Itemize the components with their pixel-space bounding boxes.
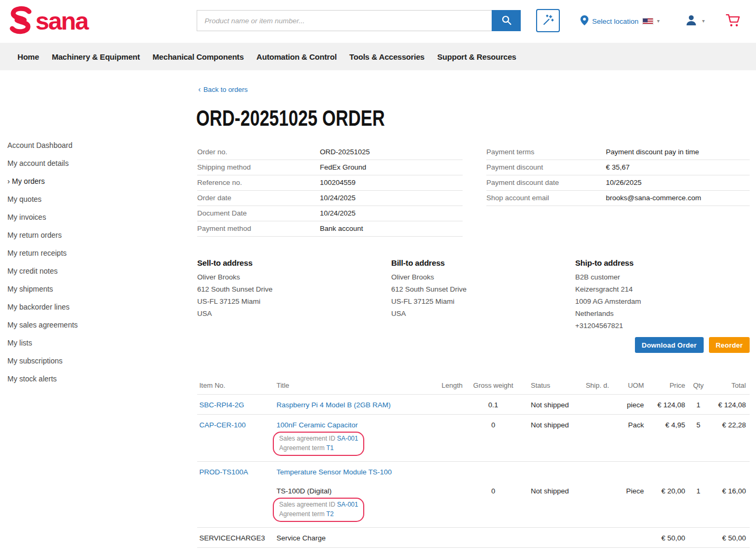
agreement-term-label: Agreement term bbox=[279, 510, 326, 518]
sales-agreement-id-link[interactable]: SA-001 bbox=[337, 501, 358, 508]
cell-status: Not shipped bbox=[524, 487, 585, 495]
cell-gross-weight: 0.1 bbox=[463, 401, 524, 409]
column-header: Status bbox=[524, 381, 585, 389]
back-to-orders-link[interactable]: ‹Back to orders bbox=[198, 85, 248, 94]
agreement-term-label: Agreement term bbox=[279, 444, 326, 452]
nav-item-automation-control[interactable]: Automation & Control bbox=[254, 52, 339, 61]
account-menu[interactable]: ▾ bbox=[685, 14, 705, 28]
sales-agreement-id-link[interactable]: SA-001 bbox=[337, 435, 358, 442]
column-header: Total bbox=[712, 381, 750, 389]
address-ship-to-address: Ship-to addressB2B customerKeizersgracht… bbox=[575, 258, 750, 332]
cell-total: € 22,28 bbox=[712, 421, 750, 429]
order-info-row: Payment methodBank account bbox=[197, 221, 463, 237]
address-line: Oliver Brooks bbox=[197, 271, 391, 283]
nav-item-home[interactable]: Home bbox=[15, 52, 42, 61]
cell-qty: 1 bbox=[685, 487, 712, 495]
cell-qty: 1 bbox=[685, 401, 712, 409]
sidebar-item-my-invoices[interactable]: My invoices bbox=[7, 208, 182, 226]
order-info-row: Order no.ORD-20251025 bbox=[197, 145, 463, 160]
cell-uom: Pack bbox=[609, 421, 644, 429]
cell-title-link[interactable]: 100nF Ceramic Capacitor bbox=[276, 421, 358, 429]
cell-gross-weight: 0 bbox=[463, 487, 524, 495]
column-header: Length bbox=[435, 381, 463, 389]
sana-logo[interactable]: sana bbox=[7, 6, 88, 36]
nav-item-machinery-equipment[interactable]: Machinery & Equipment bbox=[49, 52, 143, 61]
sidebar-item-my-stock-alerts[interactable]: My stock alerts bbox=[7, 370, 182, 388]
sidebar-item-my-lists[interactable]: My lists bbox=[7, 334, 182, 352]
info-label: Payment terms bbox=[486, 148, 606, 156]
info-value: 100204559 bbox=[320, 179, 356, 186]
agreement-term-link[interactable]: T2 bbox=[326, 510, 334, 518]
sidebar-item-my-credit-notes[interactable]: My credit notes bbox=[7, 262, 182, 280]
sales-agreement-id-label: Sales agreement ID bbox=[279, 435, 337, 442]
location-pin-icon bbox=[580, 15, 588, 27]
product-search bbox=[197, 10, 521, 31]
order-info-row: Payment discount€ 35,67 bbox=[486, 160, 750, 175]
info-value: € 35,67 bbox=[606, 163, 630, 171]
order-info-row: Order date10/24/2025 bbox=[197, 191, 463, 206]
us-flag-icon bbox=[642, 18, 653, 25]
sidebar-item-my-backorder-lines[interactable]: My backorder lines bbox=[7, 298, 182, 316]
cell-title-link[interactable]: Temperature Sensor Module TS-100 bbox=[276, 468, 392, 476]
nav-item-tools-accessories[interactable]: Tools & Accessories bbox=[347, 52, 427, 61]
order-info-left: Order no.ORD-20251025Shipping methodFedE… bbox=[197, 145, 463, 237]
info-value: 10/24/2025 bbox=[320, 194, 356, 202]
sidebar-item-my-orders[interactable]: › My orders bbox=[7, 172, 182, 190]
order-info-row: Document Date10/24/2025 bbox=[197, 206, 463, 221]
sales-agreement-id-label: Sales agreement ID bbox=[279, 501, 337, 508]
cell-title-wrap: Temperature Sensor Module TS-100 bbox=[276, 468, 435, 476]
shopping-cart-icon bbox=[725, 20, 741, 29]
nav-item-support-resources[interactable]: Support & Resources bbox=[435, 52, 519, 61]
sidebar-item-my-return-orders[interactable]: My return orders bbox=[7, 226, 182, 244]
reorder-button[interactable]: Reorder bbox=[709, 337, 750, 353]
address-line: Oliver Brooks bbox=[391, 271, 575, 283]
shopping-cart-button[interactable] bbox=[725, 13, 741, 30]
select-location[interactable]: Select location ▾ bbox=[580, 15, 660, 27]
info-value: 10/26/2025 bbox=[606, 179, 642, 186]
address-bill-to-address: Bill-to addressOliver Brooks612 South Su… bbox=[391, 258, 575, 332]
address-line: B2B customer bbox=[575, 271, 750, 283]
cell-item-no[interactable]: SBC-RPI4-2G bbox=[197, 401, 276, 409]
address-sell-to-address: Sell-to addressOliver Brooks612 South Su… bbox=[197, 258, 391, 332]
order-info-row: Payment termsPayment discount pay in tim… bbox=[486, 145, 750, 160]
sidebar-item-my-quotes[interactable]: My quotes bbox=[7, 190, 182, 208]
flag-canton bbox=[643, 18, 648, 22]
search-input[interactable] bbox=[197, 10, 492, 31]
cell-status: Not shipped bbox=[524, 421, 585, 429]
sidebar-item-my-return-receipts[interactable]: My return receipts bbox=[7, 244, 182, 262]
info-label: Order date bbox=[197, 194, 320, 202]
search-icon bbox=[501, 15, 512, 27]
address-line: US-FL 37125 Miami bbox=[391, 295, 575, 307]
search-button[interactable] bbox=[492, 10, 521, 31]
sidebar-item-my-shipments[interactable]: My shipments bbox=[7, 280, 182, 298]
address-line: 612 South Sunset Drive bbox=[391, 283, 575, 295]
info-label: Reference no. bbox=[197, 179, 320, 186]
info-value: brooks@sana-commerce.com bbox=[606, 194, 701, 202]
sidebar-item-account-dashboard[interactable]: Account Dashboard bbox=[7, 136, 182, 154]
column-header: Qty bbox=[685, 381, 712, 389]
sidebar-item-my-sales-agreements[interactable]: My sales agreements bbox=[7, 316, 182, 334]
sidebar-item-my-account-details[interactable]: My account details bbox=[7, 154, 182, 172]
download-order-button[interactable]: Download Order bbox=[635, 337, 704, 353]
column-header: Price bbox=[644, 381, 685, 389]
info-value: Bank account bbox=[320, 225, 363, 232]
addresses: Sell-to addressOliver Brooks612 South Su… bbox=[197, 258, 750, 332]
cell-item-no[interactable]: CAP-CER-100 bbox=[197, 421, 276, 429]
nav-item-mechanical-components[interactable]: Mechanical Components bbox=[150, 52, 247, 61]
order-info-row: Shipping methodFedEx Ground bbox=[197, 160, 463, 175]
address-line: +31204567821 bbox=[575, 320, 750, 332]
agreement-term-link[interactable]: T1 bbox=[326, 444, 334, 452]
sidebar-item-my-subscriptions[interactable]: My subscriptions bbox=[7, 352, 182, 370]
cell-item-no[interactable]: PROD-TS100A bbox=[197, 468, 276, 476]
user-icon bbox=[685, 14, 697, 29]
smart-search-button[interactable] bbox=[536, 9, 560, 32]
column-header: UOM bbox=[609, 381, 644, 389]
cell-uom: piece bbox=[609, 401, 644, 409]
order-line: SERVICECHARGE3Service Charge€ 50,00€ 50,… bbox=[197, 528, 750, 548]
cell-title-link[interactable]: Raspberry Pi 4 Model B (2GB RAM) bbox=[276, 401, 391, 409]
address-heading: Sell-to address bbox=[197, 258, 391, 267]
page-title: ORD-20251025 ORDER bbox=[196, 106, 385, 131]
address-line: Netherlands bbox=[575, 307, 750, 320]
cell-total: € 50,00 bbox=[712, 534, 750, 542]
cell-title-wrap: 100nF Ceramic CapacitorSales agreement I… bbox=[276, 421, 435, 456]
